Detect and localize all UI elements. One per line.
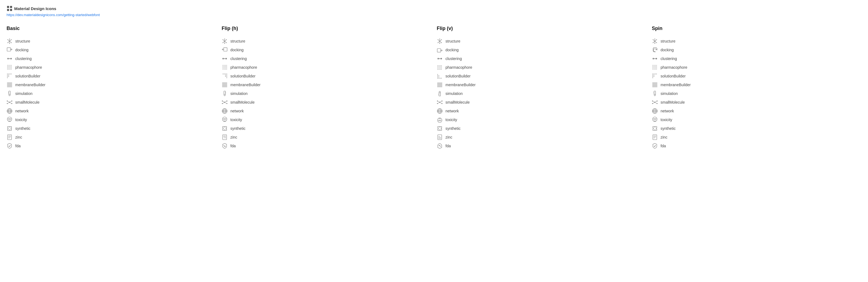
list-item: zinc xyxy=(437,133,646,142)
svg-point-228 xyxy=(440,69,440,70)
simulation-icon xyxy=(222,91,228,97)
list-item: solutionBuilder xyxy=(6,72,216,80)
svg-rect-244 xyxy=(440,78,440,78)
svg-rect-256 xyxy=(439,93,440,96)
svg-rect-107 xyxy=(8,76,9,77)
svg-rect-249 xyxy=(438,75,439,76)
svg-point-90 xyxy=(9,66,10,67)
svg-rect-65 xyxy=(7,9,9,11)
svg-point-308 xyxy=(652,69,653,70)
svg-point-238 xyxy=(437,65,438,66)
list-item: docking xyxy=(6,45,216,54)
clustering-icon xyxy=(6,56,12,62)
svg-rect-102 xyxy=(9,74,10,74)
svg-point-74 xyxy=(7,39,8,40)
svg-point-229 xyxy=(441,69,442,70)
list-item: solutionBuilder xyxy=(437,72,646,80)
list-item: membraneBuilder xyxy=(6,80,216,89)
pharmacophore-label: pharmacophore xyxy=(15,65,42,70)
list-item: zinc xyxy=(6,133,216,142)
fda-icon xyxy=(6,143,12,149)
svg-point-302 xyxy=(655,66,656,67)
header-link[interactable]: https://dev.materialdesignicons.com/gett… xyxy=(6,12,862,17)
svg-point-305 xyxy=(654,67,655,68)
svg-rect-315 xyxy=(656,74,657,74)
header-icon xyxy=(6,5,12,11)
synthetic-label: synthetic xyxy=(445,126,461,131)
svg-point-148 xyxy=(222,42,223,43)
pharmacophore-label: pharmacophore xyxy=(660,65,687,70)
svg-rect-321 xyxy=(652,83,657,83)
svg-rect-319 xyxy=(653,76,654,77)
svg-point-153 xyxy=(222,58,224,60)
solutionBuilder-label: solutionBuilder xyxy=(660,74,686,78)
structure-icon xyxy=(437,38,443,44)
svg-point-167 xyxy=(226,69,227,70)
svg-point-192 xyxy=(222,103,223,104)
svg-rect-100 xyxy=(7,74,8,74)
docking-label: docking xyxy=(660,48,674,52)
zinc-label: zinc xyxy=(445,135,452,139)
svg-point-164 xyxy=(225,67,226,68)
network-icon xyxy=(222,108,228,114)
svg-line-335 xyxy=(655,101,657,102)
svg-point-333 xyxy=(656,103,657,104)
list-item: simulation xyxy=(222,89,431,98)
main-content: Basicstructuredockingclusteringpharmacop… xyxy=(6,26,862,150)
svg-rect-318 xyxy=(652,76,653,77)
network-label: network xyxy=(230,109,244,113)
list-item: clustering xyxy=(222,54,431,63)
svg-point-288 xyxy=(656,39,657,40)
svg-rect-251 xyxy=(437,86,442,87)
svg-point-294 xyxy=(656,58,657,60)
structure-label: structure xyxy=(445,39,460,43)
svg-point-82 xyxy=(10,58,12,60)
page-title: Material Design Icons xyxy=(14,6,56,11)
svg-point-234 xyxy=(437,67,438,67)
list-item: solutionBuilder xyxy=(652,72,862,80)
column-title-spin: Spin xyxy=(652,26,862,31)
clustering-label: clustering xyxy=(445,57,462,61)
list-item: structure xyxy=(437,37,646,45)
svg-rect-322 xyxy=(652,84,657,84)
svg-point-76 xyxy=(7,42,8,43)
list-item: network xyxy=(6,107,216,115)
svg-point-236 xyxy=(440,67,440,67)
membraneBuilder-icon xyxy=(222,82,228,88)
svg-point-301 xyxy=(654,66,655,67)
zinc-label: zinc xyxy=(230,135,237,139)
list-item: smallMolecule xyxy=(652,98,862,107)
svg-point-235 xyxy=(439,67,439,67)
simulation-label: simulation xyxy=(15,91,32,96)
svg-rect-253 xyxy=(437,84,442,85)
svg-point-169 xyxy=(224,69,225,70)
zinc-icon xyxy=(437,134,443,140)
svg-point-330 xyxy=(652,101,653,102)
svg-point-146 xyxy=(222,39,223,40)
svg-point-158 xyxy=(222,65,223,66)
svg-point-311 xyxy=(656,69,657,70)
column-flip-v: Flip (v)structuredockingclusteringpharma… xyxy=(437,26,652,150)
solutionBuilder-icon xyxy=(6,73,12,79)
svg-point-144 xyxy=(224,41,225,42)
svg-point-260 xyxy=(437,103,438,104)
svg-rect-313 xyxy=(653,74,654,74)
zinc-icon xyxy=(222,134,228,140)
simulation-icon xyxy=(6,91,12,97)
svg-point-85 xyxy=(8,65,9,66)
svg-point-81 xyxy=(7,58,9,60)
svg-rect-180 xyxy=(222,83,227,83)
svg-point-307 xyxy=(656,67,657,68)
column-basic: Basicstructuredockingclusteringpharmacop… xyxy=(6,26,222,150)
svg-point-304 xyxy=(652,67,653,68)
list-item: structure xyxy=(6,37,216,45)
smallMolecule-label: smallMolecule xyxy=(15,100,39,104)
list-item: membraneBuilder xyxy=(652,80,862,89)
list-item: docking xyxy=(222,45,431,54)
list-item: docking xyxy=(652,45,862,54)
list-item: pharmacophore xyxy=(652,63,862,72)
toxicity-label: toxicity xyxy=(660,117,672,122)
svg-point-293 xyxy=(653,58,654,60)
synthetic-icon xyxy=(652,126,658,132)
svg-rect-326 xyxy=(654,91,656,94)
